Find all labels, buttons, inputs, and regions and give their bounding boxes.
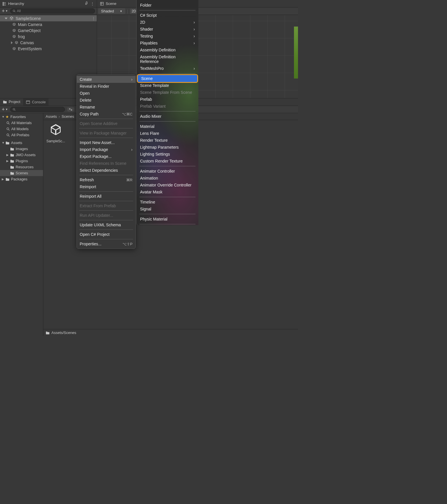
submenu-item[interactable]: Animation [137,175,198,182]
submenu-item[interactable]: TextMeshPro› [137,65,198,72]
submenu-item[interactable]: Assembly Definition [137,46,198,53]
menu-item[interactable]: Reveal in Finder [77,83,135,90]
submenu-item[interactable]: Custom Render Texture [137,158,198,165]
menu-item[interactable]: Import New Asset... [77,139,135,146]
submenu-item-label: Lightmap Parameters [140,145,179,150]
submenu-item-label: Scene Template From Scene [140,90,192,95]
menu-item[interactable]: Refresh⌘R [77,176,135,183]
menu-item[interactable]: Reimport All [77,193,135,200]
menu-item[interactable]: Open C# Project [77,231,135,238]
hierarchy-item[interactable]: frog [0,33,97,40]
submenu-item[interactable]: Playables› [137,40,198,46]
menu-item[interactable]: Delete [77,97,135,104]
menu-item-label: Open [80,91,90,96]
submenu-item[interactable]: Animator Controller [137,168,198,175]
breadcrumb-scenes[interactable]: Scenes [62,114,74,119]
menu-item[interactable]: Select Dependencies [77,167,135,174]
chevron-down-icon[interactable]: ▼ [2,141,4,144]
favorite-item[interactable]: All Models [0,126,43,132]
hierarchy-item[interactable]: Canvas [0,40,97,46]
submenu-item[interactable]: Material [137,123,198,130]
chevron-down-icon[interactable] [5,18,8,19]
hierarchy-item[interactable]: EventSystem [0,46,97,52]
submenu-item[interactable]: Folder [137,2,198,9]
favorite-item[interactable]: All Prefabs [0,132,43,138]
favorite-label: All Materials [11,121,32,125]
asset-folder-item[interactable]: ▶Plugins [0,158,43,164]
project-create-button[interactable]: +▼ [2,108,8,111]
kebab-icon[interactable]: ⋮ [90,1,94,6]
shading-dropdown[interactable]: Shaded ▼ [98,8,125,14]
asset-folder-item[interactable]: Scenes [0,170,43,176]
submenu-item[interactable]: Signal [137,206,198,212]
hierarchy-search-input[interactable]: All [10,8,95,14]
submenu-item[interactable]: Lighting Settings [137,151,198,158]
menu-item[interactable]: Reimport [77,183,135,190]
menu-separator [79,128,133,128]
chevron-right-icon[interactable]: ▶ [2,178,4,181]
kebab-icon[interactable]: ⋮ [92,16,96,21]
filter-by-type-button[interactable] [67,107,74,111]
menu-item[interactable]: Update UXML Schema [77,221,135,228]
submenu-item[interactable]: Lens Flare [137,130,198,137]
menu-item[interactable]: Import Package› [77,146,135,153]
submenu-item[interactable]: Prefab [137,96,198,103]
hierarchy-scene-row[interactable]: SampleScene ⋮ [0,15,97,21]
search-label: All [17,9,21,13]
scene-tab[interactable]: Scene [97,0,119,7]
project-tab[interactable]: Project [0,98,23,106]
menu-separator [79,119,133,119]
chevron-right-icon: › [131,77,133,82]
favorites-section[interactable]: ▼ ★ Favorites [0,114,43,120]
submenu-item[interactable]: Shader› [137,26,198,33]
hierarchy-item[interactable]: GameObject [0,27,97,33]
hierarchy-create-button[interactable]: +▼ [2,9,8,13]
asset-scene-item[interactable]: SampleSc... [46,122,66,327]
submenu-item[interactable]: Timeline [137,199,198,206]
project-search-input[interactable] [10,107,65,112]
menu-item-label: Refresh [80,178,94,182]
submenu-item[interactable]: Render Texture [137,137,198,144]
submenu-item[interactable]: Lightmap Parameters [137,144,198,151]
submenu-item[interactable]: Testing› [137,33,198,40]
search-icon [6,133,10,137]
hierarchy-item[interactable]: Main Camera [0,21,97,27]
asset-folder-item[interactable]: Images [0,146,43,152]
gameobject-icon [12,23,16,27]
submenu-item[interactable]: Scene Template [137,82,198,89]
submenu-item[interactable]: Scene [138,75,197,82]
search-icon [6,121,10,125]
menu-item[interactable]: Rename [77,104,135,111]
submenu-item[interactable]: 2D› [137,19,198,26]
hierarchy-item-label: frog [18,34,25,39]
menu-item[interactable]: Create› [77,76,135,83]
chevron-right-icon[interactable]: ▶ [6,159,9,163]
asset-folder-item[interactable]: Resources [0,164,43,170]
submenu-item[interactable]: Animator Override Controller [137,182,198,188]
packages-section[interactable]: ▶ Packages [0,176,43,182]
favorite-item[interactable]: All Materials [0,120,43,126]
chevron-right-icon[interactable] [11,41,13,44]
submenu-item[interactable]: Audio Mixer [137,113,198,120]
menu-item-label: Properties... [80,242,101,246]
assets-section[interactable]: ▼ Assets [0,140,43,146]
submenu-item[interactable]: Avatar Mask [137,188,198,195]
menu-item[interactable]: Open [77,90,135,97]
menu-item[interactable]: Copy Path⌥⌘C [77,111,135,117]
submenu-item[interactable]: Physic Material [137,216,198,223]
console-tab[interactable]: Console [23,98,49,106]
breadcrumb-assets[interactable]: Assets [46,114,57,119]
submenu-item-label: TextMeshPro [140,66,164,71]
menu-item[interactable]: Export Package... [77,153,135,160]
submenu-item[interactable]: Assembly Definition Reference [137,53,198,65]
submenu-item[interactable]: C# Script [137,12,198,19]
chevron-right-icon: › [193,27,195,31]
detach-icon[interactable] [85,1,88,6]
shortcut-text: ⌘R [126,178,133,182]
chevron-down-icon[interactable]: ▼ [2,115,4,118]
menu-item[interactable]: Properties...⌥⇧P [77,240,135,247]
menu-separator [79,210,133,211]
hierarchy-tab[interactable]: Hierarchy ⋮ [0,0,97,8]
chevron-right-icon[interactable]: ▶ [6,153,9,156]
asset-folder-item[interactable]: ▶JMO Assets [0,152,43,158]
